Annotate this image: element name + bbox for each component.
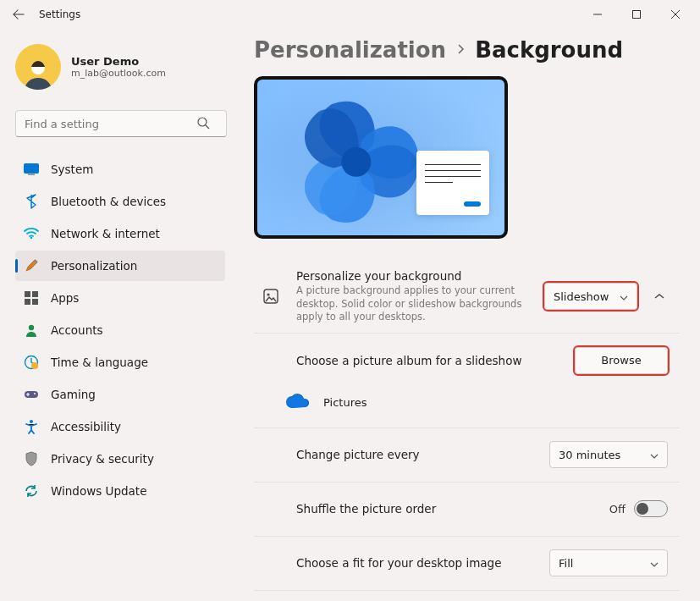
breadcrumb-parent[interactable]: Personalization bbox=[254, 37, 446, 63]
dropdown-value: Slideshow bbox=[554, 290, 609, 303]
picture-icon bbox=[259, 288, 283, 305]
nav-item-system[interactable]: System bbox=[15, 154, 225, 185]
svg-rect-3 bbox=[25, 164, 39, 174]
setting-title: Choose a picture album for a slideshow bbox=[296, 354, 561, 367]
nav-label: Time & language bbox=[51, 356, 148, 369]
update-icon bbox=[24, 483, 39, 499]
person-icon bbox=[24, 323, 39, 338]
setting-fit: Choose a fit for your desktop image Fill bbox=[254, 537, 680, 591]
svg-point-12 bbox=[31, 362, 38, 369]
setting-title: Personalize your background bbox=[296, 269, 531, 283]
nav-item-accessibility[interactable]: Accessibility bbox=[15, 411, 225, 442]
breadcrumb: Personalization Background bbox=[254, 37, 680, 63]
dropdown-value: 30 minutes bbox=[559, 449, 620, 461]
dropdown-value: Fill bbox=[559, 557, 573, 570]
bluetooth-icon bbox=[24, 194, 39, 209]
chevron-down-icon bbox=[650, 557, 659, 570]
toggle-state-label: Off bbox=[609, 503, 626, 516]
setting-title: Choose a fit for your desktop image bbox=[296, 556, 536, 570]
title-bar: Settings bbox=[0, 0, 700, 29]
setting-interval: Change picture every 30 minutes bbox=[254, 428, 680, 482]
nav-label: Accessibility bbox=[51, 420, 121, 433]
setting-desc: A picture background applies to your cur… bbox=[296, 284, 531, 324]
svg-point-16 bbox=[30, 420, 33, 423]
chevron-up-icon bbox=[654, 293, 664, 300]
svg-point-5 bbox=[30, 237, 33, 240]
nav-item-time-language[interactable]: Time & language bbox=[15, 347, 225, 378]
svg-point-18 bbox=[341, 147, 371, 177]
chevron-right-icon bbox=[456, 43, 465, 58]
gamepad-icon bbox=[24, 387, 39, 402]
back-button[interactable] bbox=[5, 1, 32, 28]
close-button[interactable] bbox=[656, 1, 695, 28]
user-email: m_lab@outlook.com bbox=[71, 68, 166, 79]
nav-item-privacy[interactable]: Privacy & security bbox=[15, 444, 225, 474]
nav-item-apps[interactable]: Apps bbox=[15, 283, 225, 313]
preview-window bbox=[416, 151, 489, 215]
maximize-icon bbox=[632, 10, 641, 19]
svg-point-14 bbox=[34, 393, 36, 394]
close-icon bbox=[671, 10, 680, 19]
nav-item-bluetooth[interactable]: Bluetooth & devices bbox=[15, 186, 225, 217]
nav-label: Accounts bbox=[51, 323, 103, 337]
setting-shuffle: Shuffle the picture order Off bbox=[254, 482, 680, 537]
nav-item-network[interactable]: Network & internet bbox=[15, 218, 225, 249]
shuffle-toggle[interactable] bbox=[634, 500, 668, 517]
shuffle-toggle-group: Off bbox=[609, 500, 668, 517]
svg-rect-9 bbox=[32, 299, 38, 305]
nav-label: Windows Update bbox=[51, 484, 146, 498]
svg-point-15 bbox=[36, 394, 37, 396]
chevron-down-icon bbox=[620, 290, 628, 303]
svg-rect-4 bbox=[28, 174, 35, 176]
nav-item-windows-update[interactable]: Windows Update bbox=[15, 476, 225, 506]
background-type-dropdown[interactable]: Slideshow bbox=[544, 283, 637, 310]
svg-rect-8 bbox=[25, 299, 30, 305]
nav-label: Bluetooth & devices bbox=[51, 195, 166, 208]
profile-block[interactable]: User Demo m_lab@outlook.com bbox=[15, 44, 225, 90]
sidebar: User Demo m_lab@outlook.com System Bluet… bbox=[0, 29, 234, 601]
nav-label: Privacy & security bbox=[51, 452, 154, 466]
breadcrumb-current: Background bbox=[475, 37, 623, 63]
nav-item-accounts[interactable]: Accounts bbox=[15, 315, 225, 345]
maximize-button[interactable] bbox=[617, 1, 656, 28]
nav-list: System Bluetooth & devices Network & int… bbox=[15, 154, 225, 506]
minimize-button[interactable] bbox=[578, 1, 617, 28]
wifi-icon bbox=[24, 226, 39, 241]
globe-clock-icon bbox=[24, 355, 39, 370]
album-folder-name: Pictures bbox=[323, 396, 367, 409]
window-title: Settings bbox=[39, 8, 80, 20]
setting-album: Choose a picture album for a slideshow B… bbox=[254, 334, 680, 388]
album-folder-row[interactable]: Pictures bbox=[254, 388, 680, 428]
nav-item-personalization[interactable]: Personalization bbox=[15, 251, 225, 281]
browse-button[interactable]: Browse bbox=[575, 347, 668, 374]
svg-point-20 bbox=[267, 294, 269, 296]
svg-rect-7 bbox=[32, 291, 38, 297]
onedrive-icon bbox=[284, 393, 310, 412]
setting-title: Change picture every bbox=[296, 448, 536, 461]
nav-label: System bbox=[51, 163, 93, 176]
user-name: User Demo bbox=[71, 55, 166, 68]
nav-label: Network & internet bbox=[51, 227, 160, 240]
svg-point-10 bbox=[29, 325, 34, 330]
svg-rect-0 bbox=[633, 11, 641, 19]
chevron-down-icon bbox=[650, 449, 659, 461]
system-icon bbox=[24, 162, 39, 177]
nav-label: Apps bbox=[51, 291, 79, 305]
setting-stickers: Choose stickers for your wallpaper To ad… bbox=[254, 591, 680, 601]
fit-dropdown[interactable]: Fill bbox=[549, 549, 668, 576]
minimize-icon bbox=[593, 10, 602, 19]
main-content: Personalization Background bbox=[234, 29, 700, 601]
setting-title: Shuffle the picture order bbox=[296, 502, 596, 516]
svg-rect-6 bbox=[25, 291, 30, 297]
nav-label: Personalization bbox=[51, 259, 137, 273]
collapse-section-button[interactable] bbox=[651, 288, 668, 305]
search-input[interactable] bbox=[15, 110, 227, 137]
nav-item-gaming[interactable]: Gaming bbox=[15, 379, 225, 410]
interval-dropdown[interactable]: 30 minutes bbox=[549, 441, 668, 468]
avatar bbox=[15, 44, 61, 90]
search-box bbox=[15, 110, 225, 137]
arrow-left-icon bbox=[13, 8, 25, 20]
desktop-preview bbox=[254, 76, 508, 239]
shield-icon bbox=[24, 451, 39, 466]
paintbrush-icon bbox=[24, 258, 39, 273]
